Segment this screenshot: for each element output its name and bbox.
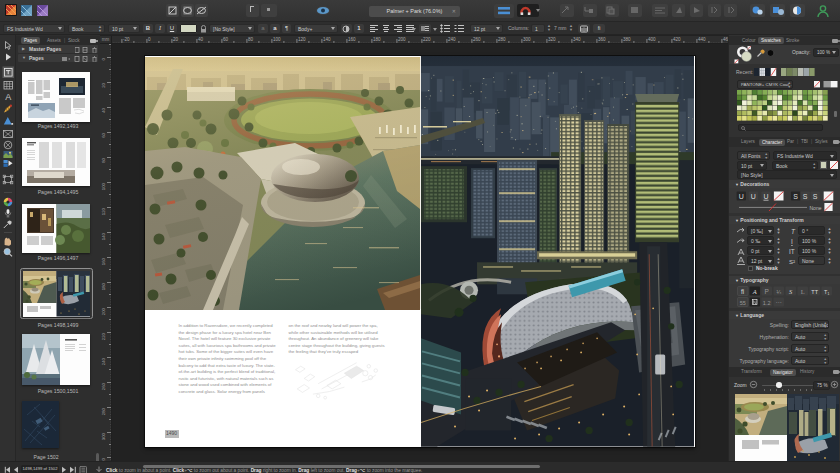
svg-text:160: 160 bbox=[348, 37, 356, 42]
svg-text:240: 240 bbox=[101, 357, 106, 365]
svg-text:120: 120 bbox=[298, 37, 306, 42]
svg-text:100: 100 bbox=[273, 37, 281, 42]
svg-text:220: 220 bbox=[423, 37, 431, 42]
svg-text:fi: fi bbox=[741, 288, 744, 295]
svg-text:320: 320 bbox=[548, 37, 556, 42]
svg-text:40: 40 bbox=[101, 107, 106, 112]
svg-text:A: A bbox=[752, 288, 757, 295]
svg-text:420: 420 bbox=[673, 37, 681, 42]
svg-text:TT: TT bbox=[811, 289, 818, 295]
svg-text:S: S bbox=[793, 192, 798, 199]
svg-text:140: 140 bbox=[323, 37, 331, 42]
svg-text:T: T bbox=[791, 228, 796, 235]
svg-text:¼: ¼ bbox=[776, 289, 781, 295]
svg-text:260: 260 bbox=[101, 382, 106, 390]
svg-text:P: P bbox=[765, 288, 769, 295]
svg-text:IT: IT bbox=[789, 248, 795, 255]
svg-text:200: 200 bbox=[398, 37, 406, 42]
svg-text:S: S bbox=[803, 192, 808, 199]
svg-text:U: U bbox=[739, 192, 744, 199]
svg-text:440: 440 bbox=[698, 37, 706, 42]
svg-text:S: S bbox=[813, 192, 818, 199]
svg-text:300: 300 bbox=[101, 432, 106, 440]
svg-text:S²: S² bbox=[789, 259, 795, 265]
svg-text:A: A bbox=[5, 92, 11, 102]
svg-text:20: 20 bbox=[101, 82, 106, 87]
svg-text:60: 60 bbox=[223, 37, 229, 42]
svg-text:340: 340 bbox=[573, 37, 581, 42]
svg-text:180: 180 bbox=[101, 282, 106, 290]
svg-text:200: 200 bbox=[101, 307, 106, 315]
svg-text:180: 180 bbox=[373, 37, 381, 42]
svg-text:80: 80 bbox=[248, 37, 254, 42]
svg-text:…: … bbox=[775, 297, 782, 304]
svg-text:20: 20 bbox=[173, 37, 179, 42]
svg-text:400: 400 bbox=[648, 37, 656, 42]
svg-text:120: 120 bbox=[101, 207, 106, 215]
svg-text:I: I bbox=[791, 238, 793, 245]
svg-text:240: 240 bbox=[448, 37, 456, 42]
svg-text:140: 140 bbox=[101, 232, 106, 240]
svg-text:280: 280 bbox=[498, 37, 506, 42]
svg-text:260: 260 bbox=[473, 37, 481, 42]
svg-text:U: U bbox=[751, 192, 756, 199]
svg-text:-20: -20 bbox=[123, 37, 130, 42]
svg-text:360: 360 bbox=[598, 37, 606, 42]
svg-text:None: None bbox=[810, 204, 822, 210]
svg-text:40: 40 bbox=[198, 37, 204, 42]
svg-text:U: U bbox=[763, 192, 768, 199]
svg-text:T₁: T₁ bbox=[824, 289, 829, 295]
svg-text:160: 160 bbox=[101, 257, 106, 265]
svg-text:55: 55 bbox=[740, 300, 746, 306]
svg-text:280: 280 bbox=[101, 407, 106, 415]
svg-text:380: 380 bbox=[623, 37, 631, 42]
svg-text:0: 0 bbox=[148, 37, 151, 42]
svg-text:80: 80 bbox=[101, 157, 106, 162]
svg-text:100: 100 bbox=[101, 182, 106, 190]
svg-text:220: 220 bbox=[101, 332, 106, 340]
svg-text:300: 300 bbox=[523, 37, 531, 42]
svg-text:1.2: 1.2 bbox=[763, 300, 771, 306]
svg-text:60: 60 bbox=[101, 132, 106, 137]
svg-text:L: L bbox=[801, 288, 805, 295]
